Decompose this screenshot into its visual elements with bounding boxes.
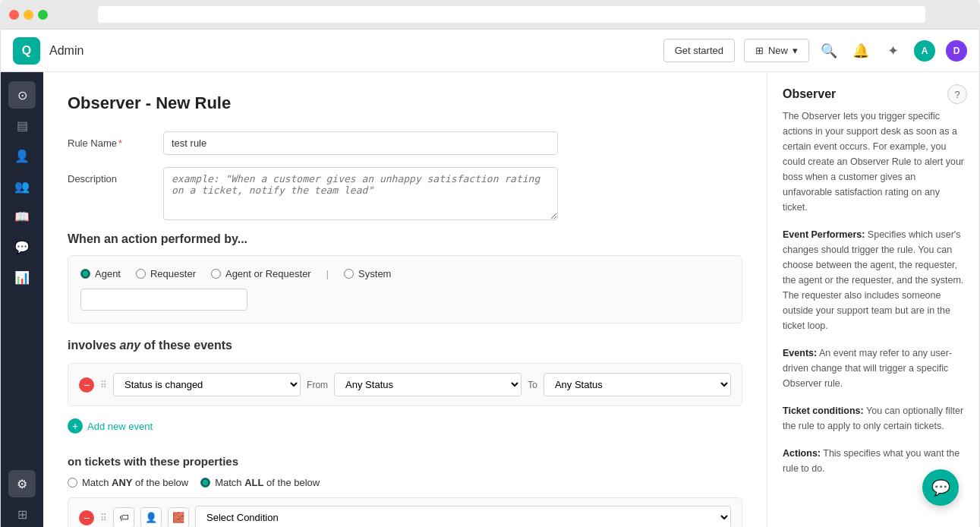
page-title: Observer - New Rule (68, 93, 742, 113)
performer-system-radio[interactable] (344, 269, 354, 279)
app: Q Admin Get started ⊞ New ▾ 🔍 🔔 ✦ A D ⊙ … (0, 29, 980, 527)
chrome-min[interactable] (24, 10, 33, 20)
remove-cond-icon: − (84, 513, 90, 523)
performer-search-input[interactable] (80, 289, 247, 311)
user-avatar[interactable]: A (914, 40, 935, 62)
remove-condition-button[interactable]: − (79, 510, 94, 525)
panel-ticket-conditions: Ticket conditions: You can optionally fi… (783, 403, 964, 434)
match-any-radio[interactable] (68, 478, 77, 488)
performer-agent-or-requester[interactable]: Agent or Requester (211, 268, 311, 279)
match-row: Match ANY of the below Match ALL of the … (68, 477, 742, 488)
events-bold-label: Events: (783, 348, 817, 358)
performer-agent[interactable]: Agent (80, 268, 121, 279)
main-layout: ⊙ ▤ 👤 👥 📖 💬 📊 ⚙ ⊞ Observer - New Rule Ru… (1, 72, 979, 527)
sidebar-item-contacts[interactable]: 👤 (8, 142, 36, 169)
panel-event-performers: Event Performers: Specifies which user's… (783, 227, 964, 333)
admin-label: Admin (49, 44, 84, 58)
rule-name-label: Rule Name* (68, 131, 151, 149)
ticket-conditions-bold: Ticket conditions: (783, 406, 864, 416)
sidebar-item-home[interactable]: ⊙ (8, 81, 36, 109)
properties-heading: on tickets with these properties (68, 455, 742, 468)
chat-bubble[interactable]: 💬 (922, 469, 959, 506)
event-performers-bold: Event Performers: (783, 229, 865, 240)
main-content: Observer - New Rule Rule Name* Descripti… (43, 72, 767, 527)
search-icon[interactable]: 🔍 (818, 40, 840, 62)
user-avatar-d[interactable]: D (946, 40, 967, 62)
new-button[interactable]: ⊞ New ▾ (744, 39, 809, 62)
match-any-item[interactable]: Match ANY of the below (68, 477, 188, 488)
performer-agent-radio[interactable] (80, 269, 90, 279)
match-all-radio[interactable] (200, 478, 210, 488)
events-bold: any (119, 339, 140, 352)
match-any-text: Match ANY of the below (82, 477, 188, 488)
chat-icon: 💬 (931, 478, 950, 497)
sidebar-item-book[interactable]: 📖 (8, 203, 36, 230)
panel-description: The Observer lets you trigger specific a… (783, 109, 964, 215)
match-all-item[interactable]: Match ALL of the below (200, 477, 320, 488)
nav-icons: 🔍 🔔 ✦ A D (818, 40, 967, 62)
events-prefix: involves (68, 339, 119, 352)
content-area: Observer - New Rule Rule Name* Descripti… (43, 72, 979, 527)
performer-system-label: System (358, 268, 391, 279)
match-all-text: Match ALL of the below (215, 477, 320, 488)
performer-agent-label: Agent (95, 268, 121, 279)
topnav: Q Admin Get started ⊞ New ▾ 🔍 🔔 ✦ A D (1, 30, 979, 72)
condition-tag-icon[interactable]: 🏷 (113, 507, 134, 528)
sidebar-item-chat[interactable]: 💬 (8, 233, 36, 260)
add-event-label: Add new event (87, 421, 153, 432)
events-section-heading: involves any of these events (68, 339, 742, 352)
drag-handle[interactable]: ⠿ (100, 380, 107, 390)
event-performers-text: Specifies which user's changes should tr… (783, 229, 963, 331)
sidebar-item-settings[interactable]: ⚙ (8, 470, 36, 497)
performer-requester[interactable]: Requester (136, 268, 196, 279)
logo: Q (13, 37, 40, 65)
description-input[interactable] (163, 167, 558, 220)
get-started-button[interactable]: Get started (663, 39, 735, 62)
rule-name-group: Rule Name* (68, 131, 742, 155)
description-group: Description (68, 167, 742, 220)
bell-icon[interactable]: 🔔 (850, 40, 871, 62)
required-marker: * (118, 137, 122, 149)
sparkle-icon[interactable]: ✦ (882, 40, 903, 62)
from-status-select[interactable]: Any Status Open Pending Resolved Closed (334, 373, 522, 396)
chrome-close[interactable] (9, 10, 19, 20)
panel-title: Observer (783, 87, 964, 101)
performer-aor-radio[interactable] (211, 269, 221, 279)
help-icon[interactable]: ? (947, 84, 967, 104)
performer-system[interactable]: System (344, 268, 391, 279)
performer-requester-radio[interactable] (136, 269, 146, 279)
panel-events: Events: An event may refer to any user-d… (783, 346, 964, 391)
condition-select[interactable]: Select Condition (195, 506, 731, 527)
actions-bold: Actions: (783, 448, 821, 459)
right-panel: ? Observer The Observer lets you trigger… (767, 72, 979, 527)
new-dropdown-icon: ▾ (793, 45, 798, 56)
performer-box: Agent Requester Agent or Requester | (68, 255, 742, 323)
remove-icon: − (84, 380, 90, 390)
condition-drag-handle[interactable]: ⠿ (100, 513, 107, 523)
performer-section-heading: When an action performed by... (68, 232, 742, 246)
events-section: involves any of these events − ⠿ Status … (68, 339, 742, 440)
rule-name-input[interactable] (163, 131, 558, 155)
sidebar-item-apps[interactable]: ⊞ (8, 500, 36, 527)
performer-requester-label: Requester (150, 268, 196, 279)
sidebar-item-reports[interactable]: 📊 (8, 264, 36, 291)
add-event-button[interactable]: + Add new event (68, 412, 153, 440)
remove-event-button[interactable]: − (79, 377, 94, 393)
chrome-max[interactable] (38, 10, 48, 20)
window-chrome (0, 0, 980, 29)
condition-block-icon[interactable]: 🧱 (168, 507, 189, 528)
event-controls: − ⠿ Status is changed Priority changed N… (79, 373, 731, 396)
performer-radio-group: Agent Requester Agent or Requester | (80, 268, 729, 279)
add-event-plus-icon: + (68, 418, 83, 434)
performer-aor-label: Agent or Requester (225, 268, 311, 279)
condition-user-icon[interactable]: 👤 (140, 507, 162, 528)
sidebar-item-inbox[interactable]: ▤ (8, 112, 36, 139)
from-label: From (307, 380, 328, 390)
event-type-select[interactable]: Status is changed Priority changed Note … (113, 373, 301, 396)
sidebar-item-groups[interactable]: 👥 (8, 172, 36, 200)
event-row: − ⠿ Status is changed Priority changed N… (68, 363, 742, 406)
to-status-select[interactable]: Any Status Open Pending Resolved Closed (544, 373, 731, 396)
to-label: To (528, 380, 537, 390)
address-bar[interactable] (98, 6, 925, 23)
sidebar: ⊙ ▤ 👤 👥 📖 💬 📊 ⚙ ⊞ (1, 72, 43, 527)
